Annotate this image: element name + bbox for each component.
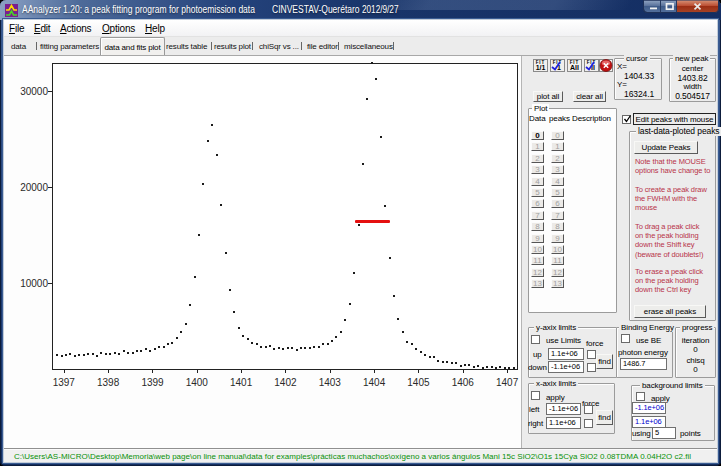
svg-text:30000: 30000 — [20, 86, 48, 97]
svg-text:1404: 1404 — [363, 377, 386, 388]
svg-text:1406: 1406 — [452, 377, 475, 388]
svg-text:20000: 20000 — [20, 182, 48, 193]
svg-text:1397: 1397 — [53, 377, 76, 388]
svg-text:FIT: FIT — [570, 60, 580, 65]
svg-text:1401: 1401 — [230, 377, 253, 388]
svg-text:1407: 1407 — [496, 377, 519, 388]
svg-text:1405: 1405 — [407, 377, 430, 388]
svg-text:1400: 1400 — [186, 377, 209, 388]
svg-text:FIT: FIT — [553, 60, 563, 65]
svg-text:ll: ll — [591, 64, 595, 71]
svg-text:10000: 10000 — [20, 278, 48, 289]
svg-text:1399: 1399 — [141, 377, 164, 388]
svg-text:1: 1 — [557, 64, 561, 71]
svg-text:All: All — [570, 64, 579, 71]
svg-text:FIT: FIT — [587, 60, 597, 65]
svg-text:1403: 1403 — [319, 377, 342, 388]
svg-text:FIT: FIT — [536, 60, 546, 65]
svg-text:1402: 1402 — [274, 377, 297, 388]
svg-text:1/1: 1/1 — [536, 64, 546, 71]
svg-text:1398: 1398 — [97, 377, 120, 388]
